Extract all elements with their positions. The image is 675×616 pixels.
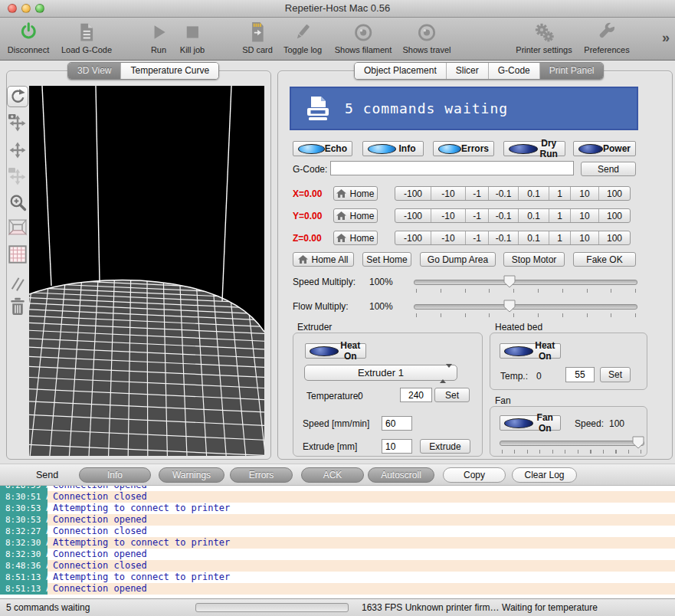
toolbar-disconnect[interactable]: Disconnect <box>8 20 49 54</box>
move-y-0-1[interactable]: 0.1 <box>519 209 549 222</box>
log-clear-log-button[interactable]: Clear Log <box>512 467 577 483</box>
home-z-button[interactable]: Home <box>333 231 378 245</box>
move-y-0-1[interactable]: -0.1 <box>489 209 519 222</box>
log-filter-info[interactable]: Info <box>79 467 151 483</box>
log-output[interactable]: 8:28:59 AMConnection opened8:30:51 AMCon… <box>0 486 675 598</box>
extruder-speed-input[interactable] <box>382 416 412 431</box>
log-send-button[interactable]: Send <box>36 470 58 480</box>
flow-multiply-slider[interactable] <box>414 304 637 310</box>
power-icon <box>18 20 38 44</box>
move-y-100[interactable]: 100 <box>599 209 630 222</box>
move-x-100[interactable]: -100 <box>395 187 431 200</box>
move-y-100[interactable]: -100 <box>395 209 431 222</box>
toolbar-sd-card[interactable]: SD card <box>242 20 273 54</box>
move-camera-icon[interactable] <box>7 113 28 134</box>
move-z-0-1[interactable]: -0.1 <box>489 231 519 244</box>
move-z-100[interactable]: -100 <box>395 231 431 244</box>
flow-slider-thumb[interactable] <box>503 300 516 313</box>
move-x-1[interactable]: -1 <box>466 187 489 200</box>
home-all-button[interactable]: Home All <box>293 252 354 267</box>
toggle-echo[interactable]: Echo <box>293 141 352 156</box>
zoom-window-button[interactable] <box>35 4 44 13</box>
extruder-temp-set-button[interactable]: Set <box>434 388 470 402</box>
move-z-1[interactable]: -1 <box>466 231 489 244</box>
rotate-icon[interactable] <box>7 86 28 107</box>
delete-object-icon[interactable] <box>7 296 28 317</box>
move-x-10[interactable]: -10 <box>431 187 466 200</box>
toggle-info[interactable]: Info <box>362 141 424 156</box>
extruder-heat-on-button[interactable]: Heat On <box>305 343 366 359</box>
log-filter-ack[interactable]: ACK <box>301 467 364 483</box>
toolbar-overflow-chevron-icon[interactable]: » <box>662 30 670 46</box>
toolbar-load-g-code[interactable]: Load G-Code <box>61 20 112 54</box>
move-x-0-1[interactable]: 0.1 <box>519 187 549 200</box>
tab-object-placement[interactable]: Object Placement <box>355 63 447 79</box>
move-x-10[interactable]: 10 <box>571 187 599 200</box>
fake-ok-button[interactable]: Fake OK <box>573 252 636 267</box>
tab-g-code[interactable]: G-Code <box>489 63 540 79</box>
zoom-icon[interactable] <box>7 192 28 213</box>
move-y-10[interactable]: -10 <box>431 209 466 222</box>
tab-print-panel[interactable]: Print Panel <box>540 63 604 79</box>
bed-temp-input[interactable] <box>565 367 595 382</box>
fan-speed-slider[interactable] <box>500 441 644 446</box>
minimize-window-button[interactable] <box>21 4 31 13</box>
window-title: Repetier-Host Mac 0.56 <box>0 0 675 17</box>
move-z-100[interactable]: 100 <box>599 231 630 244</box>
speed-slider-thumb[interactable] <box>503 275 516 288</box>
log-message: Connection closed <box>48 560 147 572</box>
log-filter-warnings[interactable]: Warnings <box>159 467 224 483</box>
move-z-10[interactable]: 10 <box>571 231 599 244</box>
toolbar-shows-filament[interactable]: Shows filament <box>335 20 392 54</box>
log-entry: 8:32:27 AMConnection closed <box>0 526 675 537</box>
log-filter-autoscroll[interactable]: Autoscroll <box>368 467 434 483</box>
move-y-1[interactable]: -1 <box>466 209 489 222</box>
gcode-input[interactable] <box>330 161 574 175</box>
toggle-dry-run[interactable]: Dry Run <box>503 141 565 156</box>
tab-slicer[interactable]: Slicer <box>447 63 489 79</box>
move-z-0-1[interactable]: 0.1 <box>519 231 549 244</box>
parallel-projection-icon[interactable] <box>7 273 28 294</box>
tab-temperature-curve[interactable]: Temperature Curve <box>121 63 218 79</box>
stop-motor-button[interactable]: Stop Motor <box>503 252 565 267</box>
toolbar-kill-job[interactable]: Kill job <box>180 20 205 54</box>
toolbar-preferences[interactable]: Preferences <box>584 20 629 54</box>
fan-slider-thumb[interactable] <box>632 436 644 449</box>
set-home-button[interactable]: Set Home <box>362 252 411 267</box>
bed-temp-set-button[interactable]: Set <box>600 367 631 382</box>
move-x-1[interactable]: 1 <box>549 187 571 200</box>
home-x-button[interactable]: Home <box>333 186 378 201</box>
move-x-100[interactable]: 100 <box>599 187 630 200</box>
perspective-view-icon[interactable] <box>7 217 28 238</box>
move-x-0-1[interactable]: -0.1 <box>489 187 519 200</box>
move-icon[interactable] <box>7 139 28 161</box>
log-filter-errors[interactable]: Errors <box>230 467 293 483</box>
extruder-select[interactable]: Extruder 1 <box>304 365 457 381</box>
gcode-send-button[interactable]: Send <box>581 162 636 176</box>
go-dump-area-button[interactable]: Go Dump Area <box>420 252 496 267</box>
toolbar-printer-settings[interactable]: Printer settings <box>516 20 572 54</box>
extrude-length-input[interactable] <box>382 439 412 454</box>
extruder-temp-input[interactable] <box>400 388 432 402</box>
close-window-button[interactable] <box>8 4 17 13</box>
move-y-10[interactable]: 10 <box>571 209 599 222</box>
extrude-button[interactable]: Extrude <box>420 439 470 454</box>
move-z-1[interactable]: 1 <box>549 231 571 244</box>
move-z-10[interactable]: -10 <box>431 231 466 244</box>
toolbar-run[interactable]: Run <box>149 20 169 54</box>
toggle-power[interactable]: Power <box>573 141 636 156</box>
toolbar-shows-travel[interactable]: Shows travel <box>403 20 451 54</box>
toolbar-toggle-log[interactable]: Toggle log <box>283 20 322 54</box>
log-copy-button[interactable]: Copy <box>443 467 506 483</box>
log-timestamp: 8:51:13 AM <box>0 583 48 595</box>
bed-heat-on-button[interactable]: Heat On <box>500 343 561 359</box>
home-y-button[interactable]: Home <box>333 208 378 223</box>
log-timestamp: 8:28:59 AM <box>0 486 48 491</box>
3d-viewport[interactable] <box>29 86 264 456</box>
top-view-icon[interactable] <box>7 244 28 265</box>
move-y-1[interactable]: 1 <box>549 209 571 222</box>
fan-on-button[interactable]: Fan On <box>500 415 561 431</box>
tab-3d-view[interactable]: 3D View <box>68 63 121 79</box>
speed-multiply-slider[interactable] <box>414 280 637 285</box>
toggle-errors[interactable]: Errors <box>433 141 494 156</box>
